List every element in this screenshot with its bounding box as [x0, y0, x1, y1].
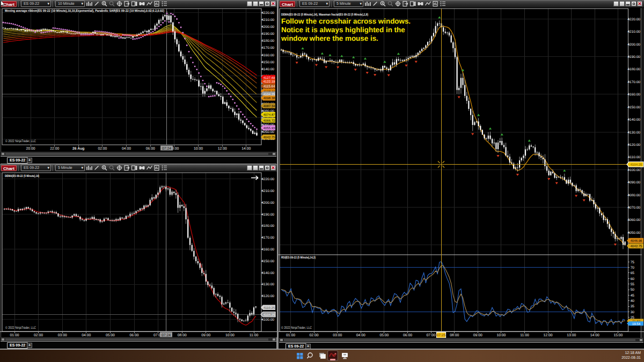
svg-text:4140.00: 4140.00 [627, 118, 640, 122]
svg-text:4098.38: 4098.38 [263, 97, 275, 100]
svg-text:4104.25: 4104.25 [630, 163, 642, 167]
svg-text:4066.72: 4066.72 [263, 119, 275, 123]
svg-text:03:00: 03:00 [58, 334, 67, 337]
svg-text:© 2022 NinjaTrader, LLC: © 2022 NinjaTrader, LLC [5, 139, 36, 143]
svg-text:19.54: 19.54 [632, 322, 641, 326]
svg-text:4180.00: 4180.00 [261, 224, 274, 228]
svg-text:08:00: 08:00 [450, 334, 459, 337]
svg-text:4200.00: 4200.00 [261, 201, 274, 205]
svg-text:09:00: 09:00 [201, 334, 210, 337]
svg-text:02:00: 02:00 [310, 334, 319, 337]
svg-text:4042.75: 4042.75 [263, 136, 275, 139]
svg-text:70: 70 [631, 266, 635, 270]
svg-text:14:00: 14:00 [590, 334, 599, 337]
svg-text:DEMA(ES 09-22 (5 Minute),14),: DEMA(ES 09-22 (5 Minute),14), Waseman fr… [281, 13, 368, 17]
svg-text:4120.00: 4120.00 [627, 143, 640, 147]
svg-text:4150.00: 4150.00 [261, 61, 274, 64]
svg-text:Notice it is always highlighte: Notice it is always highlighted in the [281, 26, 405, 34]
svg-text:4170.00: 4170.00 [261, 236, 274, 240]
svg-text:01:00: 01:00 [10, 334, 19, 337]
svg-text:4050.00: 4050.00 [627, 231, 640, 235]
svg-text:4046.96: 4046.96 [630, 239, 642, 243]
svg-text:4087.34: 4087.34 [263, 105, 275, 108]
svg-text:60: 60 [631, 277, 635, 281]
svg-text:06:00: 06:00 [146, 147, 155, 151]
svg-text:4100.00: 4100.00 [261, 318, 274, 322]
svg-text:4160.00: 4160.00 [261, 248, 274, 252]
svg-text:4100.00: 4100.00 [627, 168, 640, 172]
svg-text:05:00: 05:00 [379, 334, 389, 337]
svg-text:© 2022 NinjaTrader, LLC: © 2022 NinjaTrader, LLC [281, 326, 312, 330]
svg-text:4050.00: 4050.00 [261, 130, 274, 134]
svg-text:14:00: 14:00 [241, 147, 251, 151]
svg-text:window where the mouse is.: window where the mouse is. [281, 34, 378, 42]
svg-text:4104.25: 4104.25 [263, 313, 275, 317]
svg-text:4122.19: 4122.19 [263, 80, 275, 84]
svg-text:4140.00: 4140.00 [261, 68, 274, 71]
svg-text:06:00: 06:00 [129, 334, 138, 337]
svg-text:4160.00: 4160.00 [261, 54, 274, 57]
svg-text:4080.00: 4080.00 [627, 194, 640, 197]
svg-text:12:00: 12:00 [544, 334, 553, 337]
svg-text:10:00: 10:00 [225, 334, 235, 337]
svg-text:07:00: 07:00 [427, 334, 436, 337]
svg-text:12:00: 12:00 [218, 147, 227, 151]
svg-text:4220.00: 4220.00 [261, 11, 274, 15]
svg-text:4190.00: 4190.00 [261, 213, 274, 217]
svg-text:02:00: 02:00 [34, 334, 43, 337]
svg-text:07:24: 07:24 [162, 334, 171, 337]
svg-text:26 Aug: 26 Aug [72, 147, 84, 151]
svg-text:4070.00: 4070.00 [627, 206, 640, 210]
svg-text:4120.00: 4120.00 [261, 294, 274, 298]
svg-text:4060.00: 4060.00 [627, 218, 640, 222]
svg-text:75: 75 [631, 261, 635, 264]
svg-text:4190.00: 4190.00 [627, 55, 640, 59]
svg-text:09:00: 09:00 [473, 334, 482, 337]
svg-text:4150.00: 4150.00 [261, 260, 274, 263]
svg-text:4055.93: 4055.93 [263, 127, 275, 130]
svg-text:07:24: 07:24 [162, 147, 171, 151]
svg-text:20:00: 20:00 [26, 147, 35, 151]
svg-text:4042.75: 4042.75 [630, 245, 642, 248]
svg-text:4115.64: 4115.64 [264, 85, 275, 88]
svg-text:Moving average ribbon(ES 09-22: Moving average ribbon(ES 09-22 (10 Minut… [5, 9, 164, 13]
svg-text:05:00: 05:00 [106, 334, 115, 337]
svg-text:4130.00: 4130.00 [261, 283, 274, 286]
svg-text:RSI(ES 09-22 (5 Minute),14,3): RSI(ES 09-22 (5 Minute),14,3) [281, 256, 316, 260]
svg-text:04:00: 04:00 [122, 147, 131, 151]
svg-text:4200.00: 4200.00 [627, 43, 640, 47]
svg-text:Follow the crosshair across wi: Follow the crosshair across windows. [281, 17, 411, 25]
svg-text:4090.00: 4090.00 [627, 181, 640, 184]
svg-text:4130.00: 4130.00 [627, 131, 640, 135]
svg-text:4160.00: 4160.00 [627, 93, 640, 97]
svg-text:4180.00: 4180.00 [261, 39, 274, 43]
svg-text:04:00: 04:00 [82, 334, 91, 337]
svg-text:4210.00: 4210.00 [261, 18, 274, 22]
svg-text:10:00: 10:00 [496, 334, 506, 337]
svg-text:4210.00: 4210.00 [261, 189, 274, 193]
svg-text:© 2022 NinjaTrader, LLC: © 2022 NinjaTrader, LLC [5, 326, 36, 330]
svg-text:4170.00: 4170.00 [261, 46, 274, 50]
svg-text:02:00: 02:00 [98, 147, 107, 151]
svg-text:4180.00: 4180.00 [627, 68, 640, 71]
svg-text:4200.00: 4200.00 [261, 25, 274, 29]
svg-text:04:00: 04:00 [356, 334, 365, 337]
svg-text:4110.00: 4110.00 [628, 156, 641, 159]
svg-text:11:00: 11:00 [520, 334, 529, 337]
svg-text:4110.25: 4110.25 [264, 306, 275, 310]
svg-text:4210.00: 4210.00 [627, 30, 640, 34]
svg-text:4074.87: 4074.87 [263, 113, 275, 117]
svg-text:01:00: 01:00 [286, 334, 295, 337]
svg-text:35: 35 [631, 305, 635, 308]
svg-text:40: 40 [631, 299, 635, 303]
svg-text:4150.00: 4150.00 [627, 106, 640, 109]
svg-text:DEMA(ES 09-22 (5 Minute),14): DEMA(ES 09-22 (5 Minute),14) [5, 174, 39, 178]
svg-text:22:00: 22:00 [50, 147, 59, 151]
svg-text:30: 30 [631, 311, 635, 314]
svg-text:65: 65 [631, 271, 635, 275]
svg-text:03:00: 03:00 [333, 334, 342, 337]
svg-text:06:00: 06:00 [403, 334, 412, 337]
svg-text:45: 45 [631, 294, 635, 298]
svg-text:11:00: 11:00 [250, 334, 259, 337]
svg-text:50: 50 [631, 288, 635, 292]
